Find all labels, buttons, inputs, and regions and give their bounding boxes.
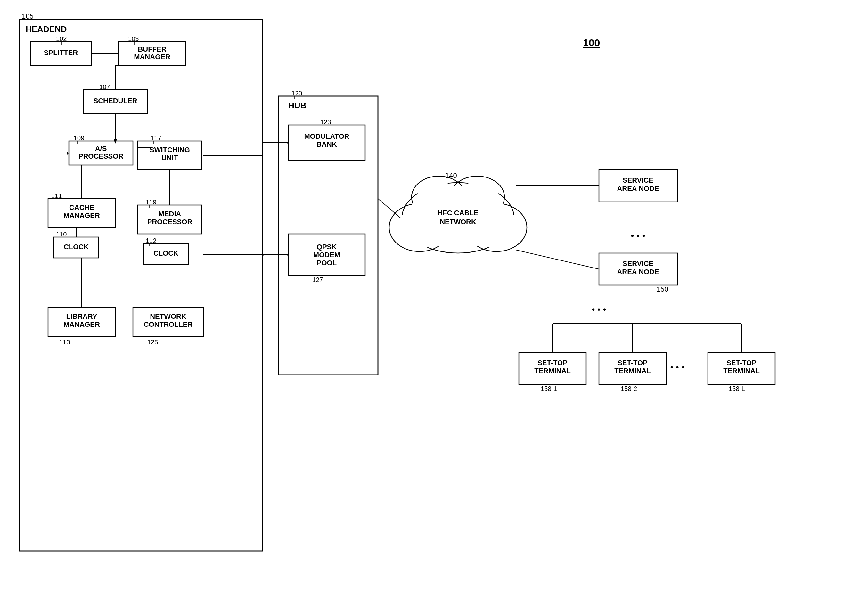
ref-117: 117 [150, 135, 161, 141]
buffer-manager-label1: BUFFER [138, 45, 166, 53]
svg-line-56 [378, 199, 400, 218]
set-top-terminal-l-label1: SET-TOP [727, 359, 756, 367]
ref-119: 119 [146, 199, 156, 206]
cache-manager-label2: MANAGER [64, 211, 100, 219]
dots-above-terminals: • • • [592, 304, 606, 314]
ref-120: 120 [291, 90, 302, 97]
hfc-cable-network: HFC CABLE NETWORK [389, 176, 527, 253]
ref-158-2: 158-2 [621, 385, 637, 392]
ref-107: 107 [99, 83, 110, 90]
splitter-label: SPLITTER [44, 49, 78, 57]
as-processor-label2: PROCESSOR [79, 152, 124, 160]
hub-label: HUB [288, 101, 306, 110]
headend-label: HEADEND [26, 24, 67, 34]
ref-109: 109 [74, 135, 84, 141]
ref-125: 125 [147, 338, 158, 346]
ref-158-l: 158-L [728, 385, 745, 392]
library-manager-label2: MANAGER [64, 320, 100, 328]
modulator-bank-label2: BANK [316, 140, 337, 148]
media-processor-label2: PROCESSOR [147, 218, 192, 226]
qpsk-label2: MODEM [313, 251, 340, 259]
service-area-node1-label2: AREA NODE [617, 185, 659, 192]
ref-105: 105 [22, 12, 34, 20]
hfc-label2: NETWORK [440, 218, 476, 226]
set-top-terminal-l-label2: TERMINAL [723, 367, 760, 375]
dots-between-terminals: • • • [670, 362, 685, 372]
set-top-terminal1-label1: SET-TOP [538, 359, 567, 367]
media-processor-label1: MEDIA [158, 210, 181, 218]
set-top-terminal1-label2: TERMINAL [534, 367, 571, 375]
set-top-terminal2-label1: SET-TOP [617, 359, 648, 367]
scheduler-label: SCHEDULER [93, 97, 137, 105]
library-manager-label1: LIBRARY [66, 312, 98, 320]
qpsk-label1: QPSK [317, 243, 336, 251]
ref-111: 111 [51, 192, 62, 199]
as-processor-label1: A/S [95, 144, 107, 152]
ref-113: 113 [59, 338, 70, 346]
clock1-label: CLOCK [64, 243, 89, 251]
switching-unit-label1: SWITCHING [150, 146, 190, 154]
ref-123: 123 [320, 118, 331, 126]
qpsk-label3: POOL [317, 259, 336, 267]
service-area-node2-label2: AREA NODE [617, 268, 659, 276]
ref-112: 112 [146, 237, 156, 244]
ref-127: 127 [312, 276, 323, 283]
ref-103: 103 [128, 35, 139, 42]
network-controller-label2: CONTROLLER [144, 320, 193, 328]
svg-line-58 [516, 250, 599, 269]
ref-102: 102 [56, 35, 67, 42]
headend-box [19, 19, 263, 551]
service-area-node2-label1: SERVICE [623, 259, 653, 267]
set-top-terminal2-label2: TERMINAL [614, 367, 651, 375]
service-area-node1-label1: SERVICE [623, 176, 653, 184]
switching-unit-label2: UNIT [161, 154, 178, 162]
modulator-bank-label1: MODULATOR [304, 132, 349, 140]
svg-marker-14 [114, 140, 117, 144]
dots-between-nodes: • • • [631, 231, 645, 241]
buffer-manager-label2: MANAGER [134, 53, 170, 61]
main-ref-label: 100 [583, 37, 600, 49]
ref-140: 140 [445, 171, 457, 179]
diagram-container: 100 HEADEND 105 SPLITTER 102 BUFFER MANA… [0, 0, 868, 610]
hfc-label1: HFC CABLE [437, 209, 478, 217]
ref-158-1: 158-1 [541, 385, 557, 392]
ref-150: 150 [657, 285, 668, 293]
cache-manager-label1: CACHE [69, 203, 94, 211]
clock2-label: CLOCK [153, 249, 178, 257]
network-controller-label1: NETWORK [150, 312, 186, 320]
svg-point-53 [471, 210, 522, 248]
ref-110: 110 [56, 231, 67, 238]
